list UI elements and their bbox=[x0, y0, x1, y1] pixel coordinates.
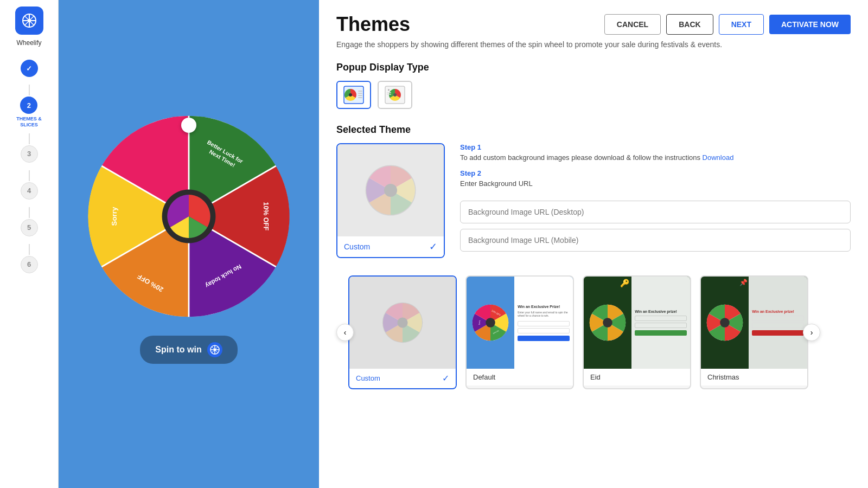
theme-card-christmas-preview: 📌 Win an Exclusive prize! bbox=[701, 277, 807, 369]
svg-rect-31 bbox=[358, 95, 362, 96]
main-content: Themes CANCEL BACK NEXT ACTIVATE NOW Eng… bbox=[319, 0, 868, 488]
svg-point-44 bbox=[486, 318, 495, 328]
download-link[interactable]: Download bbox=[703, 153, 734, 162]
theme-card-default-preview: 10% OFF No luck Sorry Win an Exclusive P… bbox=[467, 277, 573, 369]
sidebar-step-5[interactable]: 5 bbox=[21, 219, 38, 239]
sidebar-step-1[interactable]: ✓ bbox=[21, 60, 38, 79]
svg-point-25 bbox=[213, 349, 216, 351]
theme-card-custom-check: ✓ bbox=[442, 373, 449, 383]
svg-point-51 bbox=[720, 318, 730, 328]
step-2-circle: 2 bbox=[20, 97, 37, 114]
step1-text: To add custom background images please d… bbox=[460, 153, 851, 162]
selected-theme-area: Custom ✓ Step 1 To add custom background… bbox=[336, 143, 851, 258]
theme-card-custom-info: Custom ✓ bbox=[349, 369, 456, 388]
theme-card-custom-label: Custom bbox=[356, 374, 380, 382]
themes-grid: Custom ✓ bbox=[348, 275, 808, 389]
carousel-next-button[interactable]: › bbox=[803, 324, 820, 341]
step-connector-2 bbox=[29, 133, 30, 144]
sidebar: Wheelify ✓ 2 THEMES & SLICES 3 4 5 6 bbox=[0, 0, 59, 488]
wheel-pin bbox=[181, 118, 196, 133]
wheel-preview-panel: Better Luck for Next Time! 10% OFF No lu… bbox=[59, 0, 319, 488]
selected-theme-preview bbox=[337, 144, 444, 236]
svg-rect-29 bbox=[358, 91, 362, 92]
svg-text:10% OFF: 10% OFF bbox=[262, 202, 270, 231]
display-type-options: ✶ bbox=[336, 81, 851, 109]
step-connector-4 bbox=[29, 207, 30, 218]
theme-carousel: ‹ Custom bbox=[336, 275, 851, 389]
theme-card-christmas[interactable]: 📌 Win an Exclusive prize! Christmas bbox=[700, 275, 808, 389]
popup-display-title: Popup Display Type bbox=[336, 62, 851, 73]
theme-card-christmas-label: Christmas bbox=[707, 373, 739, 381]
svg-text:Sorry: Sorry bbox=[478, 320, 481, 325]
theme-card-default-info: Default bbox=[467, 369, 573, 386]
step1-label: Step 1 bbox=[460, 143, 851, 151]
activate-button[interactable]: ACTIVATE NOW bbox=[769, 15, 851, 34]
theme-card-eid-label: Eid bbox=[590, 373, 601, 381]
svg-point-35 bbox=[393, 93, 397, 97]
step-6-circle: 6 bbox=[21, 256, 38, 273]
theme-card-default-label: Default bbox=[473, 373, 495, 381]
step-1-circle: ✓ bbox=[21, 60, 38, 77]
svg-point-40 bbox=[384, 184, 397, 197]
sidebar-step-4[interactable]: 4 bbox=[21, 182, 38, 202]
app-name: Wheelify bbox=[16, 39, 41, 47]
spin-icon bbox=[207, 342, 222, 357]
svg-rect-38 bbox=[387, 94, 391, 95]
step-4-circle: 4 bbox=[21, 182, 38, 200]
sidebar-step-2[interactable]: 2 THEMES & SLICES bbox=[16, 97, 42, 128]
svg-text:✶: ✶ bbox=[387, 88, 390, 92]
step2-label: Step 2 bbox=[460, 169, 851, 177]
next-button[interactable]: NEXT bbox=[719, 14, 764, 35]
page-title: Themes bbox=[336, 13, 410, 36]
svg-rect-37 bbox=[387, 92, 391, 93]
carousel-prev-button[interactable]: ‹ bbox=[336, 324, 354, 341]
svg-rect-30 bbox=[358, 93, 362, 94]
step-connector-3 bbox=[29, 170, 30, 181]
back-button[interactable]: BACK bbox=[666, 14, 713, 35]
svg-rect-32 bbox=[358, 97, 362, 98]
cancel-button[interactable]: CANCEL bbox=[604, 14, 661, 35]
page-header: Themes CANCEL BACK NEXT ACTIVATE NOW bbox=[336, 13, 851, 36]
wheel-svg: Better Luck for Next Time! 10% OFF No lu… bbox=[86, 113, 292, 319]
svg-point-42 bbox=[397, 317, 407, 328]
step2-text: Enter Background URL bbox=[460, 179, 851, 188]
page-subtitle: Engage the shoppers by showing different… bbox=[336, 40, 851, 49]
step-5-circle: 5 bbox=[21, 219, 38, 236]
svg-point-5 bbox=[28, 19, 31, 22]
theme-card-eid[interactable]: 🔑 Win an Exclusive prize! Eid bbox=[583, 275, 691, 389]
sidebar-step-3[interactable]: 3 bbox=[21, 145, 38, 165]
selected-theme-check: ✓ bbox=[429, 241, 437, 253]
desktop-url-input[interactable] bbox=[460, 201, 851, 223]
svg-text:Sorry: Sorry bbox=[110, 207, 118, 226]
step-connector-1 bbox=[29, 85, 30, 95]
theme-card-custom-preview bbox=[349, 277, 456, 369]
theme-card-eid-preview: 🔑 Win an Exclusive prize! bbox=[584, 277, 690, 369]
svg-point-49 bbox=[603, 318, 612, 328]
selected-theme-name: Custom bbox=[344, 242, 370, 251]
config-step-1: Step 1 To add custom background images p… bbox=[460, 143, 851, 162]
theme-card-default[interactable]: 10% OFF No luck Sorry Win an Exclusive P… bbox=[465, 275, 574, 389]
selected-theme-title: Selected Theme bbox=[336, 124, 851, 136]
spin-button-label: Spin to win bbox=[155, 345, 201, 355]
config-step-2: Step 2 Enter Background URL bbox=[460, 169, 851, 188]
theme-config-panel: Step 1 To add custom background images p… bbox=[460, 143, 851, 252]
theme-card-eid-info: Eid bbox=[584, 369, 690, 386]
display-option-wheel-only[interactable] bbox=[336, 81, 371, 109]
display-option-wheel-form[interactable]: ✶ bbox=[378, 81, 412, 109]
theme-card-christmas-info: Christmas bbox=[701, 369, 807, 386]
sidebar-step-6[interactable]: 6 bbox=[21, 256, 38, 275]
selected-theme-footer: Custom ✓ bbox=[337, 236, 444, 257]
selected-theme-card: Custom ✓ bbox=[336, 143, 445, 258]
step-connector-5 bbox=[29, 244, 30, 255]
header-actions: CANCEL BACK NEXT ACTIVATE NOW bbox=[604, 14, 851, 35]
wheel-container: Better Luck for Next Time! 10% OFF No lu… bbox=[86, 113, 292, 319]
mobile-url-input[interactable] bbox=[460, 229, 851, 252]
theme-card-custom[interactable]: Custom ✓ bbox=[348, 275, 457, 389]
step-2-label: THEMES & SLICES bbox=[16, 116, 42, 128]
svg-point-28 bbox=[349, 93, 352, 97]
step-3-circle: 3 bbox=[21, 145, 38, 163]
spin-button[interactable]: Spin to win bbox=[140, 336, 237, 364]
app-logo bbox=[15, 7, 43, 35]
